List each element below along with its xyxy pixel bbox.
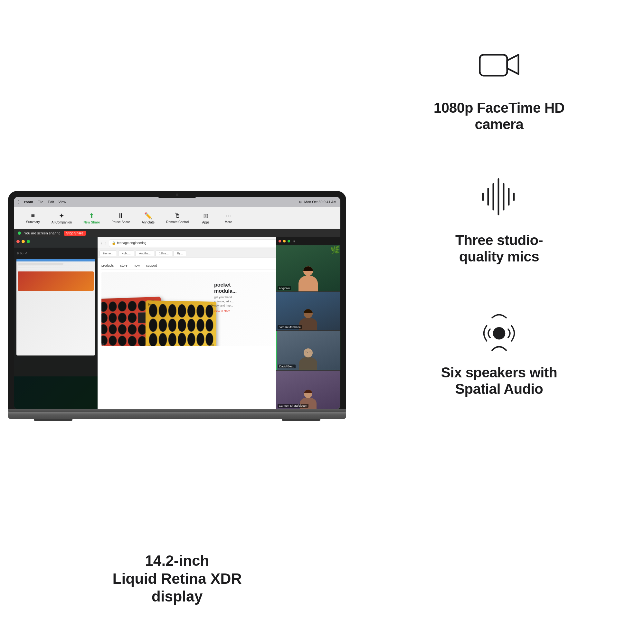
zoom-participants-panel: ⊞ xyxy=(276,237,340,409)
close-window-button[interactable] xyxy=(16,240,20,243)
ai-label: AI Companion xyxy=(52,221,72,224)
macbook-hinge xyxy=(8,409,346,412)
glasses-right xyxy=(309,352,311,353)
spatial-audio-icon xyxy=(477,307,522,352)
speakers-icon-area xyxy=(467,303,531,355)
plant-decoration: 🌿 xyxy=(330,245,340,254)
annotate-label: Annotate xyxy=(142,221,155,224)
nav-now[interactable]: now xyxy=(134,264,140,267)
speakers-title: Six speakers withSpatial Audio xyxy=(441,365,557,397)
david-name-label: David Beau xyxy=(278,365,296,368)
angi-bg: 🌿 Angi Wu xyxy=(276,245,340,291)
url-text: teenage.engineering xyxy=(117,241,146,245)
apps-label: Apps xyxy=(202,221,210,224)
nav-products[interactable]: products xyxy=(101,264,114,267)
left-panel: ⊕ 66 ↗ xyxy=(14,237,98,409)
new-share-label: New Share xyxy=(83,221,100,224)
participant-carmen: Carmen Sharafeldeen xyxy=(276,370,340,409)
angi-hair xyxy=(303,266,313,271)
tab-home[interactable]: Home... xyxy=(99,251,117,256)
bottom-caption: 14.2-inch Liquid Retina XDR display xyxy=(89,552,266,605)
remote-label: Remote Control xyxy=(166,220,189,224)
toolbar-more[interactable]: ··· More xyxy=(217,210,240,226)
camera-icon-area xyxy=(467,39,531,90)
view-toggle[interactable]: ⊞ xyxy=(293,240,296,243)
screen-content:  zoom File Edit View ⊛ Mon Oct 30 9:41 … xyxy=(14,197,340,409)
macbook-wrapper:  zoom File Edit View ⊛ Mon Oct 30 9:41 … xyxy=(8,191,346,421)
macbook-feet xyxy=(8,419,346,421)
toolbar-apps[interactable]: ⊞ Apps xyxy=(194,210,217,226)
tab-another[interactable]: Anothe... xyxy=(136,251,154,256)
david-body xyxy=(299,357,317,370)
more-icon: ··· xyxy=(226,212,231,219)
jordan-name-label: Jordan McShane xyxy=(278,325,302,329)
toolbar-pause-share[interactable]: ⏸ Pause Share xyxy=(106,210,136,226)
macbook-foot-right xyxy=(282,419,320,421)
mic-title: Three studio-quality mics xyxy=(455,232,543,265)
menu-view: View xyxy=(59,200,66,204)
toolbar-summary[interactable]: ≡ Summary xyxy=(20,210,46,226)
tab-12hrs[interactable]: 12hrs... xyxy=(156,251,172,256)
nav-store[interactable]: store xyxy=(120,264,127,267)
browser-back[interactable]: ‹ xyxy=(101,241,102,246)
display-size: 14.2-inch xyxy=(89,552,266,570)
svg-marker-1 xyxy=(507,55,518,74)
close-btn[interactable] xyxy=(279,240,281,242)
browser-forward[interactable]: › xyxy=(105,241,107,246)
participant-david: David Beau xyxy=(276,331,340,370)
camera-dot xyxy=(176,194,178,196)
mic-icon-area xyxy=(467,171,531,223)
zoom-toolbar[interactable]: ≡ Summary ✦ AI Companion ⬆ New Share ⏸ P… xyxy=(14,207,340,229)
ai-icon: ✦ xyxy=(59,212,64,220)
feature-camera: 1080p FaceTime HDcamera xyxy=(434,39,564,132)
camera-title: 1080p FaceTime HDcamera xyxy=(434,100,564,132)
summary-label: Summary xyxy=(26,220,40,224)
sharing-text: You are screen sharing xyxy=(24,231,61,235)
wifi-icon: ⊛ xyxy=(299,200,302,204)
toolbar-remote-control[interactable]: 🖱 Remote Control xyxy=(160,210,194,226)
product-body-text: get your handscience, art a...new and im… xyxy=(214,295,266,308)
toolbar-new-share[interactable]: ⬆ New Share xyxy=(78,210,106,226)
annotate-icon: ✏️ xyxy=(144,212,152,220)
macos-menubar:  zoom File Edit View ⊛ Mon Oct 30 9:41 … xyxy=(14,197,340,207)
carmen-head xyxy=(304,390,312,398)
macbook-section:  zoom File Edit View ⊛ Mon Oct 30 9:41 … xyxy=(0,0,354,644)
app-name: zoom xyxy=(24,200,33,204)
maximize-window-button[interactable] xyxy=(27,240,30,243)
david-figure xyxy=(299,348,317,370)
tab-kobu[interactable]: Kobu... xyxy=(118,251,135,256)
panel-header xyxy=(14,237,98,248)
product-description: pocketmodula... get your handscience, ar… xyxy=(214,282,266,313)
macbook-screen:  zoom File Edit View ⊛ Mon Oct 30 9:41 … xyxy=(8,191,346,409)
toolbar-annotate[interactable]: ✏️ Annotate xyxy=(136,210,160,226)
min-btn[interactable] xyxy=(283,240,286,242)
angi-figure xyxy=(298,266,318,291)
new-share-icon: ⬆ xyxy=(89,212,94,220)
menubar-right: ⊛ Mon Oct 30 9:41 AM xyxy=(299,200,336,204)
sharing-indicator xyxy=(18,232,21,235)
menu-edit: Edit xyxy=(48,200,54,204)
pause-share-label: Pause Share xyxy=(111,220,130,224)
view-in-store-link[interactable]: view in store xyxy=(214,309,230,313)
david-head xyxy=(304,348,313,357)
minimize-window-button[interactable] xyxy=(22,240,25,243)
participant-jordan: Jordan McShane xyxy=(276,292,340,331)
lock-icon: 🔒 xyxy=(112,241,116,245)
stop-share-button[interactable]: Stop Share xyxy=(64,231,86,236)
angi-name-label: Angi Wu xyxy=(278,286,291,290)
jordan-hair xyxy=(304,309,313,313)
more-label: More xyxy=(225,220,232,224)
waveform-icon xyxy=(480,176,518,218)
screen-sharing-bar: You are screen sharing Stop Share xyxy=(14,229,340,237)
carmen-bg: Carmen Sharafeldeen xyxy=(276,371,340,409)
toolbar-ai-companion[interactable]: ✦ AI Companion xyxy=(46,210,78,226)
max-btn[interactable] xyxy=(288,240,290,242)
svg-point-9 xyxy=(493,327,506,340)
nav-support[interactable]: support xyxy=(146,264,157,267)
macbook-base xyxy=(8,412,346,419)
synth-yellow: ▶ ▶ 170 400 xyxy=(146,300,216,346)
macbook-foot-left xyxy=(34,419,72,421)
tab-by[interactable]: By... xyxy=(174,251,186,256)
menubar-left:  zoom File Edit View xyxy=(18,199,66,204)
glasses-left xyxy=(305,352,308,353)
